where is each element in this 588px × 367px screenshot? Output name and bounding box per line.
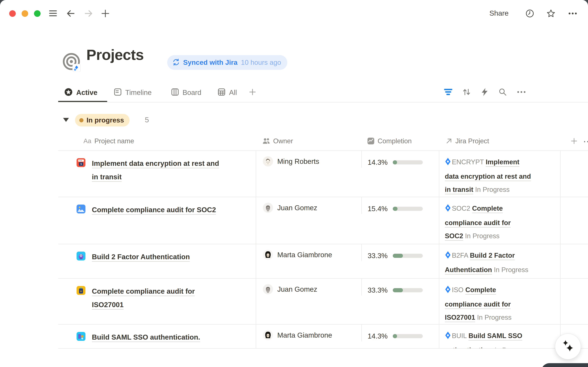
project-icon xyxy=(76,286,85,295)
progress-fill xyxy=(393,254,403,258)
project-name-cell[interactable]: Build 2 Factor Authentication xyxy=(58,244,256,278)
completion-cell[interactable]: 33.3% xyxy=(361,244,439,261)
completion-percent: 14.3% xyxy=(368,158,388,167)
group-status-pill[interactable]: In progress xyxy=(75,114,130,126)
jira-sync-badge[interactable]: Synced with Jira 10 hours ago xyxy=(167,55,287,70)
owner-cell[interactable]: Marta Giambrone xyxy=(256,244,361,278)
jira-diamond-icon xyxy=(445,157,451,170)
tab-all[interactable]: All xyxy=(229,87,237,98)
completion-cell[interactable]: 15.4% xyxy=(361,197,439,214)
completion-percent: 33.3% xyxy=(368,286,388,294)
sync-badge-label: Synced with Jira xyxy=(183,58,238,67)
jira-status: In Progress xyxy=(465,232,499,240)
jira-project-cell[interactable]: ENCRYPT Implement data encryption at res… xyxy=(439,151,560,197)
tab-board[interactable]: Board xyxy=(182,87,201,98)
tabs-divider xyxy=(58,102,588,102)
bottom-corner-shape xyxy=(541,363,588,367)
owner-chip[interactable]: Marta Giambrone xyxy=(263,250,358,260)
completion-cell[interactable]: 33.3% xyxy=(361,279,439,295)
jira-status: In Progress xyxy=(494,266,528,274)
jira-project-cell[interactable]: BUIL Build SAML SSO authentication. In P… xyxy=(439,325,560,348)
progress-fill xyxy=(393,207,397,211)
progress-bar xyxy=(393,288,423,292)
project-name-cell[interactable]: Build SAML SSO authentication. xyxy=(58,325,256,348)
header-overflow-icon[interactable]: ⋯ xyxy=(583,136,588,147)
progress-bar xyxy=(393,160,423,164)
project-name-cell[interactable]: Complete compliance audit for SOC2 xyxy=(58,197,256,244)
owner-cell[interactable]: Ming Roberts xyxy=(256,151,361,197)
favorite-star-icon[interactable] xyxy=(547,9,555,18)
status-dot xyxy=(79,118,83,122)
zoom-window-button[interactable] xyxy=(34,10,41,17)
tab-timeline[interactable]: Timeline xyxy=(125,87,152,98)
sync-icon xyxy=(172,58,180,67)
sync-badge-time: 10 hours ago xyxy=(241,58,281,67)
sidebar-menu-icon[interactable] xyxy=(49,9,57,18)
tab-active[interactable]: Active xyxy=(76,87,97,98)
project-name-link[interactable]: Complete compliance audit for SOC2 xyxy=(92,203,216,217)
column-header-jira-project[interactable]: Jira Project xyxy=(439,132,560,150)
automation-lightning-icon[interactable] xyxy=(480,88,489,96)
owner-chip[interactable]: Juan Gomez xyxy=(263,284,358,294)
minimize-window-button[interactable] xyxy=(22,10,28,17)
group-collapse-toggle[interactable] xyxy=(63,118,69,122)
project-icon xyxy=(76,158,85,167)
jira-project-cell[interactable]: ISO Complete compliance audit for ISO270… xyxy=(439,279,560,324)
add-view-icon[interactable] xyxy=(248,88,257,96)
owner-cell[interactable]: Juan Gomez xyxy=(256,279,361,324)
page-target-icon[interactable] xyxy=(62,53,82,72)
avatar xyxy=(263,250,273,260)
owner-cell[interactable]: Juan Gomez xyxy=(256,197,361,244)
project-name-link[interactable]: Implement data encryption at rest and in… xyxy=(92,157,219,184)
owner-chip[interactable]: Juan Gomez xyxy=(263,203,358,213)
completion-cell[interactable]: 14.3% xyxy=(361,325,439,342)
people-icon xyxy=(263,138,270,144)
sparkles-icon xyxy=(561,339,575,354)
sort-icon[interactable] xyxy=(462,88,471,96)
board-view-icon xyxy=(171,88,180,96)
jira-key: SOC2 xyxy=(452,205,470,212)
project-name-link[interactable]: Build SAML SSO authentication. xyxy=(92,330,200,344)
empty-cell xyxy=(560,197,588,244)
avatar xyxy=(263,203,273,213)
jira-status: In Progress xyxy=(477,314,512,321)
column-header-project-name[interactable]: Aa Project name xyxy=(58,132,256,150)
progress-fill xyxy=(393,160,397,164)
completion-cell[interactable]: 14.3% xyxy=(361,151,439,168)
view-more-icon[interactable] xyxy=(517,88,526,96)
table-header-row: Aa Project name Owner Completion Jira Pr… xyxy=(58,132,588,151)
project-name-link[interactable]: Build 2 Factor Authentication xyxy=(92,250,190,264)
app-window: Share Projects xyxy=(0,0,588,367)
screenshot-root: Share Projects xyxy=(0,0,588,367)
share-button[interactable]: Share xyxy=(489,9,509,17)
back-icon[interactable] xyxy=(66,9,75,18)
rollup-chart-icon xyxy=(367,137,374,145)
jira-key: B2FA xyxy=(452,251,468,259)
project-name-cell[interactable]: Implement data encryption at rest and in… xyxy=(58,151,256,197)
more-options-icon[interactable] xyxy=(568,9,577,18)
jira-project-cell[interactable]: SOC2 Complete compliance audit for SOC2 … xyxy=(439,197,560,244)
jira-diamond-icon xyxy=(445,203,451,216)
project-name-cell[interactable]: Complete compliance audit for ISO27001 xyxy=(58,279,256,324)
page-title[interactable]: Projects xyxy=(86,46,144,63)
column-header-owner[interactable]: Owner xyxy=(256,132,361,150)
completion-percent: 33.3% xyxy=(368,251,388,260)
owner-chip[interactable]: Marta Giambrone xyxy=(263,330,358,340)
owner-cell[interactable]: Marta Giambrone xyxy=(256,325,361,348)
column-header-completion[interactable]: Completion xyxy=(361,132,439,150)
jira-status: In Progress xyxy=(475,186,510,193)
search-icon[interactable] xyxy=(498,88,507,96)
active-view-star-icon xyxy=(64,88,73,96)
project-name-link[interactable]: Complete compliance audit for ISO27001 xyxy=(92,284,195,311)
empty-cell xyxy=(560,279,588,324)
jira-project-cell[interactable]: B2FA Build 2 Factor Authentication In Pr… xyxy=(439,244,560,278)
history-clock-icon[interactable] xyxy=(526,9,534,18)
new-tab-icon[interactable] xyxy=(101,9,110,18)
owner-chip[interactable]: Ming Roberts xyxy=(263,156,358,167)
filter-icon[interactable] xyxy=(444,88,453,96)
ai-sparkles-button[interactable] xyxy=(555,334,581,359)
jira-key: ENCRYPT xyxy=(452,158,484,166)
progress-fill xyxy=(393,288,403,292)
close-window-button[interactable] xyxy=(9,10,16,17)
forward-icon[interactable] xyxy=(84,9,93,18)
